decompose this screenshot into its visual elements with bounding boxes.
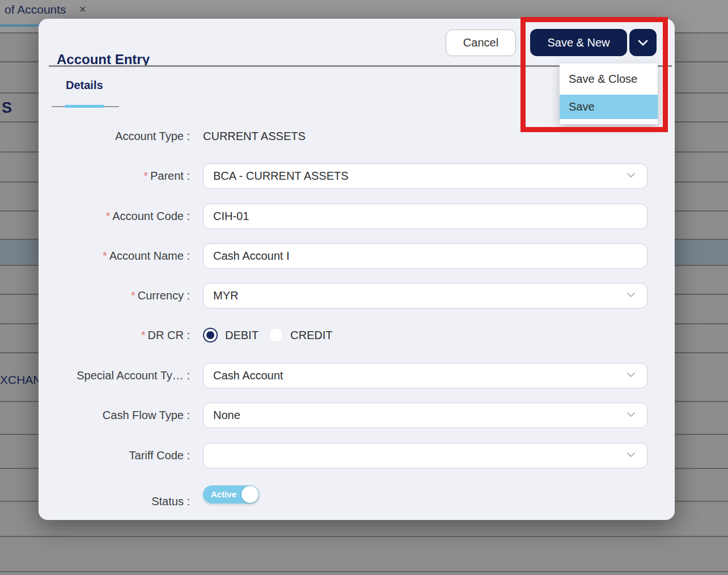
screen: of Accounts × S XCHAN Account Entry Canc… [0, 0, 728, 575]
chevron-down-icon [638, 40, 648, 46]
save-options-menu: Save & Close Save [560, 64, 658, 124]
currency-select[interactable]: MYR [203, 283, 647, 308]
cancel-button[interactable]: Cancel [446, 29, 516, 56]
cash-flow-type-select[interactable]: None [203, 403, 647, 428]
dr-cr-label: DR CR : [148, 329, 190, 341]
row-cash-flow-type: Cash Flow Type : None [39, 403, 675, 428]
required-asterisk: * [105, 210, 110, 222]
parent-select[interactable]: BCA - CURRENT ASSETS [203, 163, 647, 189]
cash-flow-type-value: None [213, 409, 240, 421]
credit-radio[interactable] [269, 328, 283, 343]
parent-label: Parent : [150, 170, 190, 182]
debit-radio[interactable] [203, 328, 218, 343]
row-account-code: *Account Code : [39, 204, 675, 229]
special-account-type-value: Cash Account [213, 369, 283, 382]
background-row-divider [0, 536, 728, 537]
row-currency: *Currency : MYR [39, 283, 675, 308]
chevron-down-icon [627, 412, 636, 417]
currency-label: Currency : [138, 289, 190, 302]
tab-active-indicator [65, 105, 104, 108]
background-row-divider [0, 571, 728, 572]
tariff-code-label: Tariff Code : [39, 443, 190, 468]
row-special-account-type: Special Account Ty… : Cash Account [39, 363, 675, 388]
required-asterisk: * [141, 329, 146, 341]
row-account-type: Account Type : CURRENT ASSETS [39, 124, 675, 149]
debit-radio-label: DEBIT [225, 323, 259, 348]
menu-item-save[interactable]: Save [560, 95, 658, 119]
row-dr-cr: *DR CR : DEBIT CREDIT [39, 323, 675, 348]
tab-details[interactable]: Details [66, 79, 103, 92]
status-toggle[interactable]: Active [203, 485, 259, 504]
parent-value: BCA - CURRENT ASSETS [213, 170, 349, 182]
chevron-down-icon [627, 172, 636, 178]
status-label: Status : [39, 489, 190, 514]
account-entry-dialog: Account Entry Cancel Save & New Details … [39, 19, 675, 520]
account-code-label: Account Code : [112, 210, 190, 222]
credit-radio-label: CREDIT [290, 323, 332, 348]
save-and-new-button[interactable]: Save & New [530, 29, 627, 56]
background-text-fragment: S [2, 99, 12, 117]
special-account-type-select[interactable]: Cash Account [203, 363, 647, 388]
row-status: Status : Active [39, 489, 675, 514]
currency-value: MYR [213, 289, 238, 302]
background-text-fragment-exchange: XCHAN [0, 373, 42, 387]
account-type-label: Account Type : [39, 124, 190, 149]
chevron-down-icon [627, 452, 636, 458]
toggle-knob [242, 486, 259, 503]
menu-item-save-and-close[interactable]: Save & Close [560, 64, 658, 95]
account-type-value: CURRENT ASSETS [203, 124, 306, 149]
account-name-label: Account Name : [109, 250, 190, 262]
close-icon[interactable]: × [79, 3, 86, 16]
cash-flow-type-label: Cash Flow Type : [39, 403, 190, 428]
account-name-input[interactable] [203, 243, 647, 269]
account-code-input[interactable] [203, 204, 647, 229]
special-account-type-label: Special Account Ty… : [39, 363, 190, 388]
status-toggle-text: Active [211, 485, 236, 504]
required-asterisk: * [103, 250, 107, 262]
required-asterisk: * [131, 289, 136, 302]
row-tariff-code: Tariff Code : [39, 443, 675, 468]
row-account-name: *Account Name : [39, 243, 675, 269]
chevron-down-icon [627, 372, 636, 378]
row-parent: *Parent : BCA - CURRENT ASSETS [39, 163, 675, 189]
save-options-chevron-button[interactable] [629, 29, 657, 56]
tariff-code-select[interactable] [203, 443, 647, 468]
chevron-down-icon [627, 292, 636, 298]
background-tab-chart-of-accounts[interactable]: of Accounts [5, 3, 66, 16]
required-asterisk: * [143, 170, 148, 182]
